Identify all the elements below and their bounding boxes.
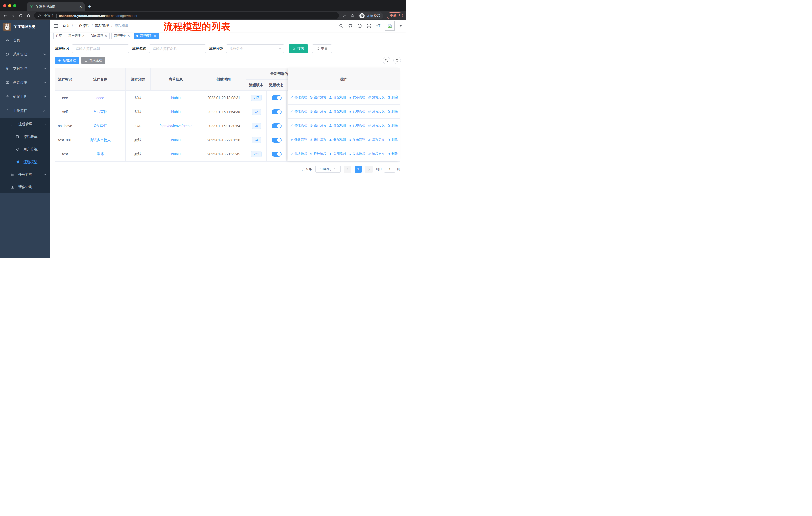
user-avatar[interactable]	[385, 21, 395, 31]
version-badge[interactable]: v5	[252, 123, 261, 129]
tag-process-model[interactable]: 流程模型✕	[134, 32, 158, 39]
sidebar-item-leave-query[interactable]: 请假查询	[0, 181, 50, 193]
tag-close-icon[interactable]: ✕	[82, 34, 85, 37]
close-window-button[interactable]	[3, 4, 6, 7]
process-category-select[interactable]: 流程分类	[226, 44, 284, 53]
avatar-caret-icon[interactable]	[400, 25, 402, 28]
sidebar-item-process-management[interactable]: 流程管理	[0, 118, 50, 131]
process-name-link[interactable]: 自己审批	[93, 110, 108, 114]
active-toggle[interactable]	[271, 95, 282, 100]
publish-process-link[interactable]: 发布流程	[348, 95, 365, 100]
home-icon[interactable]	[26, 13, 31, 18]
publish-process-link[interactable]: 发布流程	[348, 109, 365, 114]
create-process-button[interactable]: 新建流程	[55, 57, 79, 64]
sidebar-item-process-model[interactable]: 流程模型	[0, 156, 50, 168]
browser-update-button[interactable]: 更新	[387, 12, 403, 19]
sidebar-item-workflow[interactable]: 工作流程	[0, 104, 50, 118]
design-process-link[interactable]: 设计流程	[310, 138, 326, 142]
assign-rules-link[interactable]: 分配规则	[329, 95, 346, 100]
zoom-window-button[interactable]	[13, 4, 16, 7]
bookmark-star-icon[interactable]	[350, 13, 355, 18]
browser-menu-icon[interactable]	[399, 14, 400, 18]
form-info-link[interactable]: biubiu	[171, 96, 180, 100]
delete-link[interactable]: 删除	[387, 152, 398, 156]
github-icon[interactable]	[348, 24, 353, 28]
active-toggle[interactable]	[271, 152, 282, 157]
font-size-icon[interactable]: TT	[376, 24, 380, 28]
tag-tenant[interactable]: 租户管理✕	[66, 32, 87, 39]
hamburger-icon[interactable]	[54, 24, 59, 28]
design-process-link[interactable]: 设计流程	[310, 124, 326, 128]
goto-page-input[interactable]	[384, 166, 395, 172]
delete-link[interactable]: 删除	[387, 124, 398, 128]
breadcrumb-item[interactable]: 首页	[63, 24, 70, 28]
minimize-window-button[interactable]	[8, 4, 11, 7]
version-badge[interactable]: v21	[251, 151, 262, 157]
fullscreen-icon[interactable]	[367, 24, 371, 28]
sidebar-item-user-group[interactable]: 用户分组	[0, 143, 50, 156]
search-icon[interactable]	[339, 24, 343, 28]
process-definition-link[interactable]: 流程定义	[368, 124, 385, 128]
modify-process-link[interactable]: 修改流程	[290, 152, 307, 156]
delete-link[interactable]: 删除	[387, 95, 398, 100]
sidebar-logo[interactable]: 芋道管理系统	[0, 20, 50, 33]
active-toggle[interactable]	[271, 109, 282, 114]
modify-process-link[interactable]: 修改流程	[290, 109, 307, 114]
help-icon[interactable]	[357, 24, 362, 28]
process-name-link[interactable]: 滔博	[97, 152, 104, 157]
design-process-link[interactable]: 设计流程	[310, 95, 326, 100]
assign-rules-link[interactable]: 分配规则	[329, 138, 346, 142]
delete-link[interactable]: 删除	[387, 109, 398, 114]
sidebar-item-payment[interactable]: ¥ 支付管理	[0, 61, 50, 76]
search-button[interactable]: 搜索	[289, 44, 308, 53]
reset-button[interactable]: 重置	[312, 44, 332, 53]
process-definition-link[interactable]: 流程定义	[368, 138, 385, 142]
tag-home[interactable]: 首页	[53, 32, 64, 39]
reload-icon[interactable]	[19, 13, 23, 18]
version-badge[interactable]: v17	[251, 95, 262, 101]
security-label[interactable]: 不安全	[44, 13, 54, 18]
process-definition-link[interactable]: 流程定义	[368, 152, 385, 156]
prev-page-button[interactable]	[344, 166, 351, 172]
publish-process-link[interactable]: 发布流程	[348, 138, 365, 142]
sidebar-item-task-management[interactable]: 任务管理	[0, 168, 50, 181]
breadcrumb-item[interactable]: 工作流程	[75, 24, 89, 28]
active-toggle[interactable]	[271, 138, 282, 143]
form-info-link[interactable]: biubiu	[171, 152, 180, 156]
sidebar-item-infrastructure[interactable]: 基础设施	[0, 76, 50, 90]
design-process-link[interactable]: 设计流程	[310, 152, 326, 156]
design-process-link[interactable]: 设计流程	[310, 109, 326, 114]
version-badge[interactable]: v4	[252, 137, 261, 143]
tag-close-icon[interactable]: ✕	[105, 34, 107, 37]
new-tab-button[interactable]: +	[88, 3, 91, 9]
address-bar[interactable]: 不安全 dashboard.yudao.iocoder.cn/bpm/manag…	[34, 12, 339, 19]
browser-tab[interactable]: 芋道管理系统 ✕	[27, 2, 85, 11]
page-size-select[interactable]: 10条/页	[315, 166, 341, 172]
version-badge[interactable]: v2	[252, 109, 261, 115]
url-text[interactable]: dashboard.yudao.iocoder.cn/bpm/manager/m…	[59, 14, 137, 18]
publish-process-link[interactable]: 发布流程	[348, 124, 365, 128]
assign-rules-link[interactable]: 分配规则	[329, 124, 346, 128]
process-definition-link[interactable]: 流程定义	[368, 95, 385, 100]
modify-process-link[interactable]: 修改流程	[290, 124, 307, 128]
process-name-link[interactable]: 测试多审批人	[90, 138, 111, 142]
process-name-link[interactable]: OA 请假	[94, 124, 107, 128]
sidebar-item-home[interactable]: 首页	[0, 33, 50, 47]
process-name-link[interactable]: eeee	[96, 96, 104, 100]
assign-rules-link[interactable]: 分配规则	[329, 109, 346, 114]
refresh-table-button[interactable]	[394, 57, 401, 64]
back-icon[interactable]	[3, 13, 7, 18]
forward-icon[interactable]	[11, 13, 15, 18]
tag-close-icon[interactable]: ✕	[153, 34, 156, 37]
process-name-input[interactable]	[149, 44, 206, 53]
sidebar-item-process-form[interactable]: 流程表单	[0, 131, 50, 143]
tag-my-process[interactable]: 我的流程✕	[89, 32, 110, 39]
publish-process-link[interactable]: 发布流程	[348, 152, 365, 156]
assign-rules-link[interactable]: 分配规则	[329, 152, 346, 156]
sidebar-item-system[interactable]: 系统管理	[0, 47, 50, 61]
form-info-link[interactable]: /bpm/oa/leave/create	[160, 124, 193, 128]
tab-close-icon[interactable]: ✕	[79, 4, 82, 8]
next-page-button[interactable]	[365, 166, 373, 172]
form-info-link[interactable]: biubiu	[171, 110, 180, 114]
current-page-button[interactable]: 1	[355, 166, 362, 172]
